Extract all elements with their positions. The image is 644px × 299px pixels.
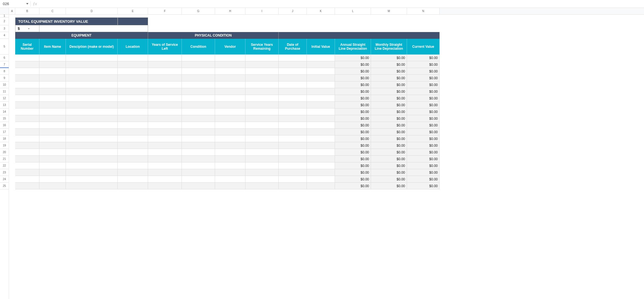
cell-condition[interactable] [182,183,215,189]
cell-serial_number[interactable] [15,129,39,135]
cell-date_of_purchase[interactable] [279,81,307,88]
cell-item_name[interactable] [39,162,66,169]
cell-date_of_purchase[interactable] [279,156,307,162]
cell-serial_number[interactable] [15,183,39,189]
col-header-D[interactable]: D [66,8,118,14]
cell-description[interactable] [66,108,118,115]
cell-vendor[interactable] [215,102,245,108]
cell-monthly_depr[interactable]: $0.00 [371,108,407,115]
cell-annual_depr[interactable]: $0.00 [335,88,371,95]
cell[interactable] [9,32,15,39]
cell[interactable] [9,142,15,149]
cell-current_value[interactable]: $0.00 [407,108,440,115]
cell-years_of_service_left[interactable] [148,81,182,88]
cell-annual_depr[interactable]: $0.00 [335,81,371,88]
row-header-23[interactable]: 23 [0,169,9,176]
cell-initial_value[interactable] [307,108,335,115]
cell[interactable] [9,68,15,75]
cell-monthly_depr[interactable]: $0.00 [371,122,407,129]
cell-monthly_depr[interactable]: $0.00 [371,149,407,156]
cell-initial_value[interactable] [307,149,335,156]
cell-service_years_remaining[interactable] [245,95,279,102]
row-header-5[interactable]: 5 [0,39,9,55]
cell[interactable] [9,25,15,32]
cell-annual_depr[interactable]: $0.00 [335,162,371,169]
cell-years_of_service_left[interactable] [148,68,182,75]
cell-location[interactable] [118,122,148,129]
cell-years_of_service_left[interactable] [148,183,182,189]
cell-condition[interactable] [182,135,215,142]
cell-monthly_depr[interactable]: $0.00 [371,102,407,108]
cell-monthly_depr[interactable]: $0.00 [371,88,407,95]
cell-serial_number[interactable] [15,169,39,176]
cell-years_of_service_left[interactable] [148,55,182,61]
cell-date_of_purchase[interactable] [279,129,307,135]
cell-serial_number[interactable] [15,142,39,149]
cell-location[interactable] [118,115,148,122]
cell-current_value[interactable]: $0.00 [407,115,440,122]
cell-location[interactable] [118,183,148,189]
cell-years_of_service_left[interactable] [148,176,182,183]
col-header-H[interactable]: H [215,8,245,14]
cell-vendor[interactable] [215,55,245,61]
cell-condition[interactable] [182,156,215,162]
col-header-J[interactable]: J [279,8,307,14]
cell-date_of_purchase[interactable] [279,55,307,61]
row-header-6[interactable]: 6 [0,55,9,61]
cell-current_value[interactable]: $0.00 [407,135,440,142]
cell-service_years_remaining[interactable] [245,81,279,88]
col-header-L[interactable]: L [335,8,371,14]
cell-service_years_remaining[interactable] [245,61,279,68]
cell-vendor[interactable] [215,129,245,135]
row-header-20[interactable]: 20 [0,149,9,156]
col-header-B[interactable]: B [15,8,39,14]
cell-serial_number[interactable] [15,135,39,142]
cell-description[interactable] [66,61,118,68]
name-box-input[interactable] [0,0,25,8]
name-box-dropdown[interactable] [25,0,29,8]
cell-vendor[interactable] [215,61,245,68]
row-header-7[interactable]: 7 [0,61,9,68]
cell-initial_value[interactable] [307,122,335,129]
cell-condition[interactable] [182,68,215,75]
cell-current_value[interactable]: $0.00 [407,142,440,149]
cell-description[interactable] [66,162,118,169]
cell-date_of_purchase[interactable] [279,169,307,176]
cell-condition[interactable] [182,142,215,149]
cell-annual_depr[interactable]: $0.00 [335,183,371,189]
cell-current_value[interactable]: $0.00 [407,129,440,135]
cell-serial_number[interactable] [15,68,39,75]
cell-service_years_remaining[interactable] [245,149,279,156]
row-header-14[interactable]: 14 [0,108,9,115]
cell-description[interactable] [66,122,118,129]
cell-serial_number[interactable] [15,115,39,122]
cell-date_of_purchase[interactable] [279,102,307,108]
cell-initial_value[interactable] [307,135,335,142]
cell-service_years_remaining[interactable] [245,176,279,183]
cell-current_value[interactable]: $0.00 [407,61,440,68]
cell-service_years_remaining[interactable] [245,169,279,176]
cell-vendor[interactable] [215,95,245,102]
row-header-2[interactable]: 2 [0,17,9,25]
cell[interactable] [9,149,15,156]
cell-service_years_remaining[interactable] [245,162,279,169]
row-header-12[interactable]: 12 [0,95,9,102]
row-header-15[interactable]: 15 [0,115,9,122]
cell-initial_value[interactable] [307,115,335,122]
cell-condition[interactable] [182,149,215,156]
formula-input[interactable] [39,0,644,8]
cell-serial_number[interactable] [15,102,39,108]
cell-years_of_service_left[interactable] [148,169,182,176]
cell-item_name[interactable] [39,55,66,61]
cell[interactable] [9,129,15,135]
cell-date_of_purchase[interactable] [279,122,307,129]
cell-vendor[interactable] [215,142,245,149]
cell-current_value[interactable]: $0.00 [407,81,440,88]
cell-serial_number[interactable] [15,61,39,68]
cell-item_name[interactable] [39,156,66,162]
cell-location[interactable] [118,129,148,135]
cell-item_name[interactable] [39,68,66,75]
cell-serial_number[interactable] [15,55,39,61]
cell-years_of_service_left[interactable] [148,156,182,162]
cell-service_years_remaining[interactable] [245,68,279,75]
